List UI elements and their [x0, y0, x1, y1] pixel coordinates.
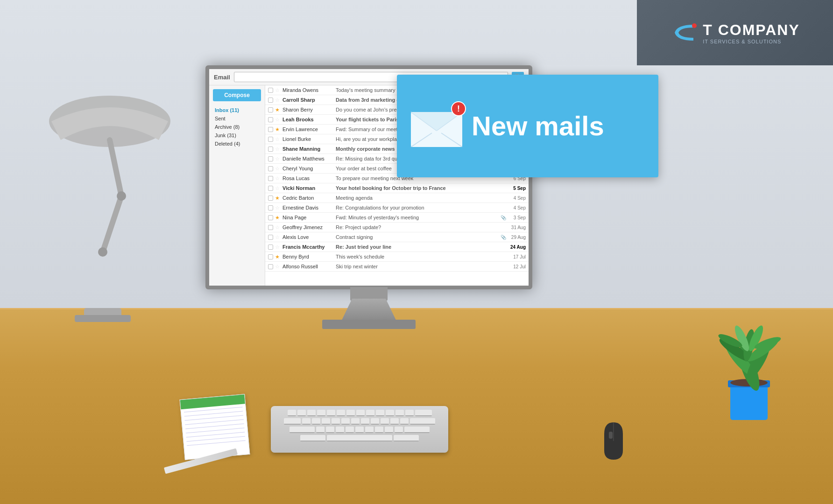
keyboard [271, 406, 448, 453]
key [341, 418, 350, 425]
email-row[interactable]: ★ Nina Page Fwd: Minutes of yesterday's … [265, 213, 529, 223]
email-row[interactable]: ★ Benny Byrd This week's schedule 17 Jul [265, 252, 529, 262]
logo-icon [670, 21, 698, 44]
key [326, 427, 334, 433]
email-checkbox[interactable] [268, 107, 273, 112]
key [332, 418, 340, 425]
star-icon[interactable]: ☆ [275, 136, 281, 142]
key [307, 410, 316, 416]
sidebar-item-sent[interactable]: Sent [213, 114, 261, 123]
star-icon[interactable]: ☆ [275, 156, 281, 161]
svg-point-0 [692, 23, 697, 28]
email-sender: Vicki Norman [282, 185, 334, 191]
email-row[interactable]: ☆ Vicki Norman Your hotel booking for Oc… [265, 183, 529, 193]
email-row[interactable]: ☆ Alfonso Russell Ski trip next winter 1… [265, 262, 529, 272]
key [400, 418, 409, 425]
email-row[interactable]: ☆ Ernestine Davis Re: Congratulations fo… [265, 203, 529, 213]
star-icon[interactable]: ★ [275, 107, 281, 112]
svg-rect-8 [730, 383, 768, 420]
email-time: 29 Aug [508, 235, 526, 240]
key [289, 427, 315, 433]
sidebar-item-deleted[interactable]: Deleted (4) [213, 140, 261, 148]
email-subject: Contract signing [336, 234, 499, 240]
desk-plant [702, 289, 796, 429]
email-checkbox[interactable] [268, 176, 273, 181]
key [390, 418, 399, 425]
svg-point-4 [117, 191, 126, 201]
star-icon[interactable]: ☆ [275, 87, 281, 93]
star-icon[interactable]: ☆ [275, 185, 281, 191]
email-checkbox[interactable] [268, 215, 273, 220]
email-subject: Meeting agenda [336, 195, 499, 201]
email-sender: Ervin Lawrence [282, 126, 334, 132]
key [385, 427, 393, 433]
email-checkbox[interactable] [268, 205, 273, 210]
star-icon[interactable]: ★ [275, 126, 281, 132]
email-row[interactable]: ☆ Geoffrey Jimenez Re: Project update? 3… [265, 223, 529, 232]
email-checkbox[interactable] [268, 88, 273, 93]
key [302, 418, 311, 425]
sidebar-item-inbox[interactable]: Inbox (11) [213, 106, 261, 114]
email-row[interactable]: ★ Cedric Barton Meeting agenda 4 Sep [265, 193, 529, 203]
star-icon[interactable]: ☆ [275, 205, 281, 210]
email-sender: Alfonso Russell [282, 264, 334, 269]
key [288, 410, 296, 416]
compose-button[interactable]: Compose [213, 89, 261, 101]
email-checkbox[interactable] [268, 98, 273, 103]
star-icon[interactable]: ☆ [275, 175, 281, 181]
email-checkbox[interactable] [268, 127, 273, 132]
attachment-icon: 📎 [501, 215, 506, 220]
sidebar-item-archive[interactable]: Archive (8) [213, 123, 261, 131]
email-row[interactable]: ☆ Francis Mccarthy Re: Just tried your l… [265, 242, 529, 252]
email-subject: Re: Project update? [336, 224, 499, 230]
star-icon[interactable]: ☆ [275, 224, 281, 230]
email-checkbox[interactable] [268, 137, 273, 142]
key [356, 410, 365, 416]
email-checkbox[interactable] [268, 147, 273, 152]
email-sidebar: Compose Inbox (11) Sent Archive (8) Junk… [209, 85, 265, 286]
email-time: 24 Aug [508, 245, 526, 250]
star-icon[interactable]: ★ [275, 254, 281, 259]
svg-line-2 [110, 140, 121, 196]
email-checkbox[interactable] [268, 235, 273, 240]
email-checkbox[interactable] [268, 166, 273, 171]
email-row[interactable]: ☆ Alexis Love Contract signing 📎 29 Aug [265, 232, 529, 242]
new-mails-banner: ! New mails [397, 75, 658, 177]
email-checkbox[interactable] [268, 264, 273, 269]
sidebar-item-junk[interactable]: Junk (31) [213, 131, 261, 140]
email-time: 31 Aug [508, 225, 526, 230]
email-sender: Shane Manning [282, 146, 334, 152]
envelope-icon: ! [411, 105, 462, 147]
email-sender: Lionel Burke [282, 136, 334, 142]
key [361, 418, 369, 425]
key [366, 410, 374, 416]
monitor-base [322, 320, 416, 329]
star-icon[interactable]: ☆ [275, 97, 281, 103]
email-checkbox[interactable] [268, 117, 273, 122]
email-checkbox[interactable] [268, 196, 273, 201]
key [312, 418, 320, 425]
key [297, 410, 306, 416]
key [346, 410, 355, 416]
email-checkbox[interactable] [268, 156, 273, 161]
desk-lamp [28, 37, 191, 327]
attachment-icon: 📎 [501, 235, 506, 240]
email-sender: Cheryl Young [282, 166, 334, 171]
email-sender: Geoffrey Jimenez [282, 224, 334, 230]
star-icon[interactable]: ☆ [275, 264, 281, 269]
star-icon[interactable]: ☆ [275, 117, 281, 122]
star-icon[interactable]: ★ [275, 215, 281, 220]
email-checkbox[interactable] [268, 186, 273, 191]
star-icon[interactable]: ★ [275, 195, 281, 201]
star-icon[interactable]: ☆ [275, 146, 281, 152]
email-checkbox[interactable] [268, 254, 273, 259]
email-checkbox[interactable] [268, 225, 273, 230]
new-mails-text: New mails [472, 112, 604, 140]
key [381, 418, 389, 425]
star-icon[interactable]: ☆ [275, 234, 281, 240]
email-checkbox[interactable] [268, 245, 273, 250]
star-icon[interactable]: ☆ [275, 244, 281, 250]
key [327, 410, 335, 416]
star-icon[interactable]: ☆ [275, 166, 281, 171]
logo-panel: T COMPANY IT SERVICES & SOLUTIONS [637, 0, 833, 65]
